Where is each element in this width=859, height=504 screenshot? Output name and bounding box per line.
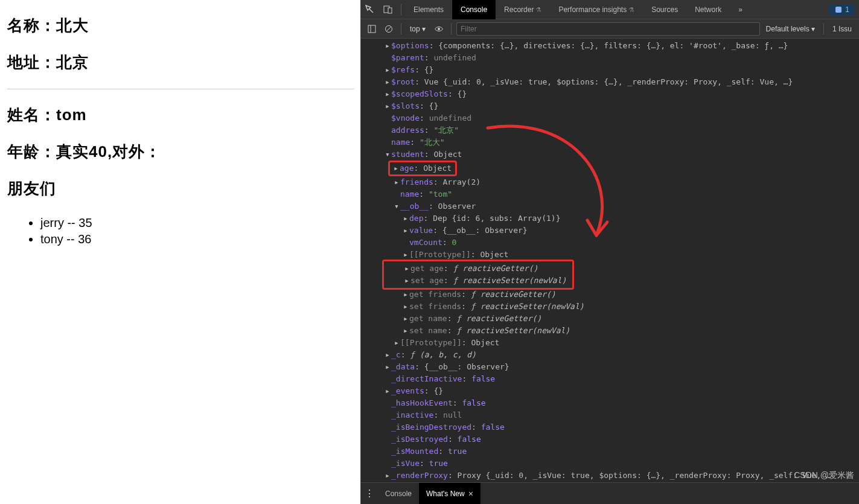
console-toolbar: top ▾ Default levels ▾ 1 Issu <box>361 19 859 39</box>
drawer-menu-icon[interactable]: ⋮ <box>361 488 378 499</box>
tab-recorder[interactable]: Recorder⚗ <box>496 0 550 19</box>
drawer-tab-console[interactable]: Console <box>378 483 419 504</box>
object-property[interactable]: ▸_data: {__ob__: Observer} <box>361 361 859 373</box>
sidebar-toggle-icon[interactable] <box>365 22 379 36</box>
console-output[interactable]: ▸$options: {components: {…}, directives:… <box>361 39 859 482</box>
object-property[interactable]: _isBeingDestroyed: false <box>361 421 859 433</box>
flask-icon: ⚗ <box>628 6 634 13</box>
object-property[interactable]: ▸$slots: {} <box>361 100 859 112</box>
object-property[interactable]: ▸set friends: ƒ reactiveSetter(newVal) <box>361 301 859 313</box>
object-property[interactable]: _isMounted: true <box>361 445 859 458</box>
school-address: 地址：北京 <box>7 52 354 73</box>
annotation-arrow <box>476 121 633 260</box>
friends-title: 朋友们 <box>7 178 354 199</box>
object-property[interactable]: _isVue: true <box>361 458 859 470</box>
devtools-panel: Elements Console Recorder⚗ Performance i… <box>360 0 859 504</box>
object-property[interactable]: ▸get name: ƒ reactiveGetter() <box>361 313 859 325</box>
page-content: 名称：北大 地址：北京 姓名：tom 年龄：真实40,对外： 朋友们 jerry… <box>0 0 360 504</box>
separator <box>451 24 452 34</box>
separator <box>401 4 401 15</box>
execution-context-selector[interactable]: top ▾ <box>406 25 429 33</box>
object-property[interactable]: ▸$scopedSlots: {} <box>361 88 859 100</box>
tab-sources[interactable]: Sources <box>643 0 686 19</box>
issues-badge[interactable]: 1 <box>829 4 854 15</box>
school-name: 名称：北大 <box>7 15 354 36</box>
student-name: 姓名：tom <box>7 104 354 126</box>
object-property[interactable]: ▸set age: ƒ reactiveSetter(newVal) <box>384 275 569 287</box>
object-property[interactable]: ▸_events: {} <box>361 385 859 397</box>
clear-console-icon[interactable] <box>382 22 396 36</box>
log-levels-selector[interactable]: Default levels ▾ <box>762 25 819 33</box>
close-icon[interactable]: × <box>468 489 473 499</box>
separator <box>401 24 401 34</box>
tab-elements[interactable]: Elements <box>405 0 452 19</box>
object-property[interactable]: ▸_c: ƒ (a, b, c, d) <box>361 349 859 361</box>
filter-input-wrapper <box>456 22 760 36</box>
svg-point-8 <box>438 28 440 30</box>
object-property[interactable]: ▸get age: ƒ reactiveGetter() <box>384 263 569 275</box>
tab-performance-insights[interactable]: Performance insights⚗ <box>550 0 643 19</box>
separator <box>823 24 824 34</box>
live-expression-icon[interactable] <box>432 22 446 36</box>
watermark: CSDN @爱米酱 <box>794 470 854 481</box>
object-property[interactable]: _inactive: null <box>361 409 859 421</box>
object-property[interactable]: ▸$refs: {} <box>361 64 859 76</box>
object-property[interactable]: ▸$root: Vue {_uid: 0, _isVue: true, $opt… <box>361 76 859 88</box>
tab-more[interactable]: » <box>730 0 751 19</box>
object-property[interactable]: ▸set name: ƒ reactiveSetter(newVal) <box>361 325 859 337</box>
object-property[interactable]: ▸get friends: ƒ reactiveGetter() <box>361 289 859 301</box>
svg-rect-3 <box>368 25 375 33</box>
object-property[interactable]: ▸_renderProxy: Proxy {_uid: 0, _isVue: t… <box>361 470 859 482</box>
object-property[interactable]: _isDestroyed: false <box>361 433 859 445</box>
object-property[interactable]: $parent: undefined <box>361 52 859 64</box>
object-property[interactable]: _directInactive: false <box>361 373 859 385</box>
filter-input[interactable] <box>456 22 760 36</box>
object-property[interactable]: ▸$options: {components: {…}, directives:… <box>361 40 859 52</box>
tab-console[interactable]: Console <box>452 0 496 19</box>
device-toggle-icon[interactable] <box>380 2 396 18</box>
divider <box>7 89 354 89</box>
student-age: 年龄：真实40,对外： <box>7 141 354 162</box>
svg-rect-1 <box>388 8 392 13</box>
svg-line-6 <box>386 27 391 31</box>
object-property[interactable]: _hasHookEvent: false <box>361 397 859 409</box>
list-item: jerry -- 35 <box>40 215 354 231</box>
list-item: tony -- 36 <box>40 231 354 247</box>
inspect-icon[interactable] <box>362 2 378 18</box>
svg-rect-2 <box>835 7 841 13</box>
drawer-tab-whatsnew[interactable]: What's New× <box>419 483 481 504</box>
tab-network[interactable]: Network <box>686 0 730 19</box>
object-property[interactable]: ▸[[Prototype]]: Object <box>361 337 859 349</box>
issue-icon <box>834 5 843 14</box>
flask-icon: ⚗ <box>535 6 541 13</box>
devtools-tabbar: Elements Console Recorder⚗ Performance i… <box>361 0 859 19</box>
friends-list: jerry -- 35 tony -- 36 <box>7 215 354 247</box>
issues-chip[interactable]: 1 Issu <box>829 25 855 33</box>
highlighted-age-accessors: ▸get age: ƒ reactiveGetter() ▸set age: ƒ… <box>382 260 574 290</box>
devtools-drawer: ⋮ Console What's New× <box>361 482 859 504</box>
